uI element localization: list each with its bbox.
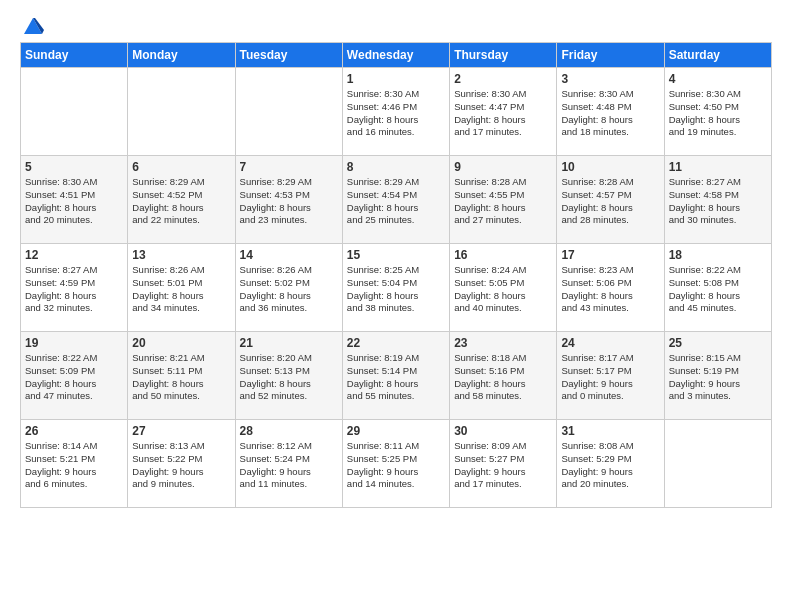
day-info: Sunrise: 8:27 AM Sunset: 4:58 PM Dayligh… <box>669 176 767 227</box>
table-row: 11Sunrise: 8:27 AM Sunset: 4:58 PM Dayli… <box>664 156 771 244</box>
calendar-week-row: 26Sunrise: 8:14 AM Sunset: 5:21 PM Dayli… <box>21 420 772 508</box>
day-info: Sunrise: 8:13 AM Sunset: 5:22 PM Dayligh… <box>132 440 230 491</box>
table-row: 22Sunrise: 8:19 AM Sunset: 5:14 PM Dayli… <box>342 332 449 420</box>
day-number: 21 <box>240 336 338 350</box>
day-info: Sunrise: 8:23 AM Sunset: 5:06 PM Dayligh… <box>561 264 659 315</box>
calendar-week-row: 19Sunrise: 8:22 AM Sunset: 5:09 PM Dayli… <box>21 332 772 420</box>
table-row <box>235 68 342 156</box>
day-info: Sunrise: 8:26 AM Sunset: 5:02 PM Dayligh… <box>240 264 338 315</box>
day-number: 24 <box>561 336 659 350</box>
header <box>20 16 772 32</box>
day-info: Sunrise: 8:30 AM Sunset: 4:48 PM Dayligh… <box>561 88 659 139</box>
table-row <box>128 68 235 156</box>
day-info: Sunrise: 8:19 AM Sunset: 5:14 PM Dayligh… <box>347 352 445 403</box>
day-number: 12 <box>25 248 123 262</box>
day-info: Sunrise: 8:08 AM Sunset: 5:29 PM Dayligh… <box>561 440 659 491</box>
table-row: 9Sunrise: 8:28 AM Sunset: 4:55 PM Daylig… <box>450 156 557 244</box>
logo-icon <box>22 16 44 36</box>
table-row: 3Sunrise: 8:30 AM Sunset: 4:48 PM Daylig… <box>557 68 664 156</box>
calendar-table: Sunday Monday Tuesday Wednesday Thursday… <box>20 42 772 508</box>
day-info: Sunrise: 8:09 AM Sunset: 5:27 PM Dayligh… <box>454 440 552 491</box>
day-number: 27 <box>132 424 230 438</box>
table-row: 15Sunrise: 8:25 AM Sunset: 5:04 PM Dayli… <box>342 244 449 332</box>
day-info: Sunrise: 8:24 AM Sunset: 5:05 PM Dayligh… <box>454 264 552 315</box>
table-row: 30Sunrise: 8:09 AM Sunset: 5:27 PM Dayli… <box>450 420 557 508</box>
table-row: 23Sunrise: 8:18 AM Sunset: 5:16 PM Dayli… <box>450 332 557 420</box>
day-info: Sunrise: 8:17 AM Sunset: 5:17 PM Dayligh… <box>561 352 659 403</box>
day-info: Sunrise: 8:25 AM Sunset: 5:04 PM Dayligh… <box>347 264 445 315</box>
day-number: 18 <box>669 248 767 262</box>
day-info: Sunrise: 8:22 AM Sunset: 5:08 PM Dayligh… <box>669 264 767 315</box>
day-info: Sunrise: 8:14 AM Sunset: 5:21 PM Dayligh… <box>25 440 123 491</box>
logo <box>20 16 46 32</box>
day-number: 3 <box>561 72 659 86</box>
day-number: 19 <box>25 336 123 350</box>
header-thursday: Thursday <box>450 43 557 68</box>
table-row: 20Sunrise: 8:21 AM Sunset: 5:11 PM Dayli… <box>128 332 235 420</box>
day-number: 29 <box>347 424 445 438</box>
table-row: 25Sunrise: 8:15 AM Sunset: 5:19 PM Dayli… <box>664 332 771 420</box>
header-saturday: Saturday <box>664 43 771 68</box>
table-row: 1Sunrise: 8:30 AM Sunset: 4:46 PM Daylig… <box>342 68 449 156</box>
header-sunday: Sunday <box>21 43 128 68</box>
table-row: 7Sunrise: 8:29 AM Sunset: 4:53 PM Daylig… <box>235 156 342 244</box>
day-number: 23 <box>454 336 552 350</box>
day-number: 16 <box>454 248 552 262</box>
day-info: Sunrise: 8:27 AM Sunset: 4:59 PM Dayligh… <box>25 264 123 315</box>
day-info: Sunrise: 8:30 AM Sunset: 4:47 PM Dayligh… <box>454 88 552 139</box>
day-info: Sunrise: 8:12 AM Sunset: 5:24 PM Dayligh… <box>240 440 338 491</box>
day-info: Sunrise: 8:30 AM Sunset: 4:46 PM Dayligh… <box>347 88 445 139</box>
day-info: Sunrise: 8:29 AM Sunset: 4:53 PM Dayligh… <box>240 176 338 227</box>
day-info: Sunrise: 8:29 AM Sunset: 4:52 PM Dayligh… <box>132 176 230 227</box>
calendar-week-row: 12Sunrise: 8:27 AM Sunset: 4:59 PM Dayli… <box>21 244 772 332</box>
header-monday: Monday <box>128 43 235 68</box>
table-row: 19Sunrise: 8:22 AM Sunset: 5:09 PM Dayli… <box>21 332 128 420</box>
day-info: Sunrise: 8:11 AM Sunset: 5:25 PM Dayligh… <box>347 440 445 491</box>
day-info: Sunrise: 8:18 AM Sunset: 5:16 PM Dayligh… <box>454 352 552 403</box>
table-row: 12Sunrise: 8:27 AM Sunset: 4:59 PM Dayli… <box>21 244 128 332</box>
day-number: 26 <box>25 424 123 438</box>
day-info: Sunrise: 8:28 AM Sunset: 4:55 PM Dayligh… <box>454 176 552 227</box>
day-number: 14 <box>240 248 338 262</box>
day-info: Sunrise: 8:30 AM Sunset: 4:51 PM Dayligh… <box>25 176 123 227</box>
calendar-page: Sunday Monday Tuesday Wednesday Thursday… <box>0 0 792 612</box>
table-row: 21Sunrise: 8:20 AM Sunset: 5:13 PM Dayli… <box>235 332 342 420</box>
day-info: Sunrise: 8:28 AM Sunset: 4:57 PM Dayligh… <box>561 176 659 227</box>
day-info: Sunrise: 8:21 AM Sunset: 5:11 PM Dayligh… <box>132 352 230 403</box>
day-number: 25 <box>669 336 767 350</box>
table-row: 16Sunrise: 8:24 AM Sunset: 5:05 PM Dayli… <box>450 244 557 332</box>
day-number: 20 <box>132 336 230 350</box>
day-number: 4 <box>669 72 767 86</box>
header-friday: Friday <box>557 43 664 68</box>
header-tuesday: Tuesday <box>235 43 342 68</box>
calendar-week-row: 1Sunrise: 8:30 AM Sunset: 4:46 PM Daylig… <box>21 68 772 156</box>
table-row: 5Sunrise: 8:30 AM Sunset: 4:51 PM Daylig… <box>21 156 128 244</box>
table-row: 4Sunrise: 8:30 AM Sunset: 4:50 PM Daylig… <box>664 68 771 156</box>
day-number: 28 <box>240 424 338 438</box>
day-info: Sunrise: 8:22 AM Sunset: 5:09 PM Dayligh… <box>25 352 123 403</box>
calendar-week-row: 5Sunrise: 8:30 AM Sunset: 4:51 PM Daylig… <box>21 156 772 244</box>
day-info: Sunrise: 8:26 AM Sunset: 5:01 PM Dayligh… <box>132 264 230 315</box>
day-number: 13 <box>132 248 230 262</box>
day-number: 2 <box>454 72 552 86</box>
table-row: 28Sunrise: 8:12 AM Sunset: 5:24 PM Dayli… <box>235 420 342 508</box>
table-row: 17Sunrise: 8:23 AM Sunset: 5:06 PM Dayli… <box>557 244 664 332</box>
day-number: 5 <box>25 160 123 174</box>
header-wednesday: Wednesday <box>342 43 449 68</box>
day-info: Sunrise: 8:20 AM Sunset: 5:13 PM Dayligh… <box>240 352 338 403</box>
day-number: 31 <box>561 424 659 438</box>
day-number: 15 <box>347 248 445 262</box>
table-row: 18Sunrise: 8:22 AM Sunset: 5:08 PM Dayli… <box>664 244 771 332</box>
table-row: 13Sunrise: 8:26 AM Sunset: 5:01 PM Dayli… <box>128 244 235 332</box>
table-row <box>664 420 771 508</box>
day-info: Sunrise: 8:15 AM Sunset: 5:19 PM Dayligh… <box>669 352 767 403</box>
day-number: 10 <box>561 160 659 174</box>
day-number: 7 <box>240 160 338 174</box>
table-row: 2Sunrise: 8:30 AM Sunset: 4:47 PM Daylig… <box>450 68 557 156</box>
day-number: 1 <box>347 72 445 86</box>
day-number: 17 <box>561 248 659 262</box>
table-row: 24Sunrise: 8:17 AM Sunset: 5:17 PM Dayli… <box>557 332 664 420</box>
day-number: 9 <box>454 160 552 174</box>
day-number: 22 <box>347 336 445 350</box>
weekday-header-row: Sunday Monday Tuesday Wednesday Thursday… <box>21 43 772 68</box>
